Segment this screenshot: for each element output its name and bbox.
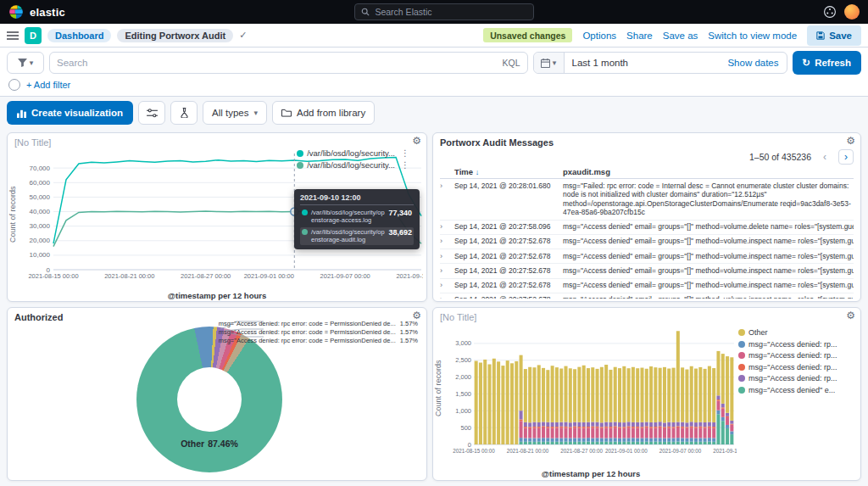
- panel-title: [No Title]: [14, 137, 51, 148]
- series-dot: [738, 364, 745, 371]
- table-row[interactable]: › Sep 14, 2021 @ 20:27:52.678 msg="Acces…: [440, 264, 854, 278]
- legend-item[interactable]: /var/lib/osd/log/security... ⋮: [297, 160, 409, 170]
- table-row[interactable]: › Sep 14, 2021 @ 20:27:52.678 msg="Acces…: [440, 293, 854, 299]
- edit-controls-button[interactable]: [138, 101, 165, 125]
- column-header-time[interactable]: Time ↓: [454, 167, 559, 176]
- controls-icon: [147, 109, 158, 118]
- svg-text:2021-09-07 00:00: 2021-09-07 00:00: [320, 272, 370, 279]
- svg-text:70,000: 70,000: [30, 165, 51, 172]
- expand-row-icon[interactable]: ›: [440, 237, 451, 246]
- legend-item[interactable]: /var/lib/osd/log/security... ⋮: [297, 148, 409, 158]
- series-dot: [738, 387, 745, 394]
- options-button[interactable]: Options: [582, 31, 616, 41]
- kebab-menu-icon[interactable]: ⋮: [401, 148, 409, 158]
- caret-down-icon: ▾: [553, 59, 557, 67]
- expand-row-icon[interactable]: ›: [440, 295, 451, 299]
- bar-chart[interactable]: 05001,0001,5002,0002,5003,0002021-08-15 …: [445, 327, 737, 454]
- legend-item[interactable]: Other: [738, 328, 857, 337]
- kebab-menu-icon[interactable]: ⋮: [401, 160, 409, 170]
- switch-view-mode-button[interactable]: Switch to view mode: [708, 31, 797, 41]
- calendar-menu-button[interactable]: ▾: [534, 53, 565, 73]
- table-row[interactable]: › Sep 14, 2021 @ 20:27:52.678 msg="Acces…: [440, 235, 854, 249]
- table-row[interactable]: › Sep 14, 2021 @ 20:27:52.678 msg="Acces…: [440, 249, 854, 264]
- panel-type-filter[interactable]: All types ▾: [203, 101, 267, 125]
- series-dot: [297, 162, 303, 169]
- gear-icon[interactable]: ⚙: [412, 135, 421, 147]
- next-page-button[interactable]: ›: [838, 149, 854, 165]
- global-search-input[interactable]: [375, 7, 527, 17]
- table-row[interactable]: › Sep 14, 2021 @ 20:27:58.096 msg="Acces…: [440, 221, 854, 235]
- apps-grid-icon[interactable]: [824, 6, 836, 18]
- search-icon: [361, 8, 370, 16]
- avatar[interactable]: [844, 4, 860, 20]
- series-dot: [738, 375, 745, 382]
- kql-label[interactable]: KQL: [503, 58, 520, 68]
- create-visualization-button[interactable]: Create visualization: [7, 101, 133, 125]
- gear-icon[interactable]: ⚙: [846, 135, 855, 147]
- breadcrumb-dashboard[interactable]: Dashboard: [47, 29, 111, 42]
- save-as-button[interactable]: Save as: [663, 31, 698, 41]
- legend-item[interactable]: msg="Access denied" e...: [738, 386, 857, 394]
- legend-item[interactable]: msg="Access denied: rp...: [738, 340, 857, 349]
- panel-audit-table: Portworx Audit Messages ⚙ 1–50 of 435236…: [432, 132, 861, 302]
- svg-text:2021-08-27 00:00: 2021-08-27 00:00: [560, 448, 603, 454]
- expand-row-icon[interactable]: ›: [440, 266, 451, 276]
- x-axis-title: @timestamp per 12 hours: [8, 291, 426, 300]
- elastic-logo[interactable]: [8, 4, 24, 20]
- svg-text:40,000: 40,000: [30, 208, 51, 215]
- svg-text:50,000: 50,000: [30, 193, 51, 201]
- expand-row-icon[interactable]: ›: [440, 252, 451, 261]
- legend-item[interactable]: msg="Access denied: rp...: [738, 363, 857, 371]
- bar-legend: Other msg="Access denied: rp... msg="Acc…: [738, 328, 857, 394]
- refresh-button[interactable]: ↻ Refresh: [793, 51, 861, 75]
- y-axis-title: Count of records: [8, 164, 17, 265]
- check-icon: ✓: [239, 30, 247, 41]
- save-button[interactable]: Save: [807, 25, 861, 46]
- svg-text:2021-09-07 00:00: 2021-09-07 00:00: [659, 448, 702, 454]
- kql-search-input[interactable]: [57, 58, 498, 68]
- svg-text:20,000: 20,000: [30, 237, 51, 244]
- global-search[interactable]: [354, 3, 534, 20]
- y-axis-title: Count of records: [434, 342, 442, 435]
- share-button[interactable]: Share: [626, 31, 653, 41]
- filter-set-icon[interactable]: [8, 79, 20, 91]
- table-header-row: Time ↓ pxaudit.msg: [440, 165, 854, 179]
- table-row[interactable]: › Sep 14, 2021 @ 20:28:01.680 msg="Faile…: [440, 179, 854, 221]
- expand-row-icon[interactable]: ›: [440, 281, 451, 290]
- panel-authorized-donut: Authorized ⚙ Other 87.46% msg="Access de…: [7, 307, 427, 481]
- svg-text:1,500: 1,500: [455, 390, 471, 398]
- save-icon: [816, 31, 825, 40]
- prev-page-button[interactable]: ‹: [817, 149, 832, 165]
- dashboard-grid: [No Title] ⚙ /var/lib/osd/log/security..…: [0, 129, 868, 486]
- series-dot: [302, 209, 308, 215]
- time-range-value[interactable]: Last 1 month: [565, 58, 636, 68]
- donut-chart[interactable]: Other 87.46%: [136, 327, 282, 472]
- kql-search-box[interactable]: KQL: [49, 52, 528, 74]
- callout-label: msg="Access denied: rpc error: code = Pe…: [219, 328, 418, 336]
- panel-stacked-bars: [No Title] ⚙ Count of records 05001,0001…: [432, 307, 861, 481]
- add-from-library-button[interactable]: Add from library: [272, 101, 375, 125]
- gear-icon[interactable]: ⚙: [412, 310, 421, 321]
- expand-row-icon[interactable]: ›: [440, 182, 451, 191]
- table-row[interactable]: › Sep 14, 2021 @ 20:27:52.678 msg="Acces…: [440, 279, 854, 293]
- column-header-msg[interactable]: pxaudit.msg: [563, 167, 854, 176]
- add-filter-button[interactable]: + Add filter: [26, 80, 70, 90]
- dashboard-app-icon[interactable]: D: [25, 27, 42, 44]
- legend-item[interactable]: msg="Access denied: rp...: [738, 351, 857, 360]
- gear-icon[interactable]: ⚙: [846, 310, 855, 321]
- panel-title: Authorized: [14, 312, 63, 322]
- legend-item[interactable]: msg="Access denied: rp...: [738, 374, 857, 383]
- show-dates-button[interactable]: Show dates: [727, 58, 786, 68]
- dashboard-nav: D Dashboard Editing Portworx Audit ✓ Uns…: [0, 24, 868, 47]
- chart-tooltip: 2021-09-10 12:00 /var/lib/osd/log/securi…: [294, 189, 420, 249]
- svg-text:2021-08-21 00:00: 2021-08-21 00:00: [507, 448, 549, 454]
- filter-row: + Add filter: [0, 78, 868, 97]
- time-range-picker: ▾ Last 1 month Show dates: [533, 52, 787, 74]
- donut-center-label: Other 87.46%: [181, 439, 238, 449]
- expand-row-icon[interactable]: ›: [440, 222, 451, 232]
- breadcrumb-editing-dashboard[interactable]: Editing Portworx Audit: [117, 29, 233, 42]
- caret-down-icon: ▾: [253, 109, 258, 117]
- saved-query-menu-button[interactable]: ▾: [7, 52, 44, 74]
- hamburger-menu-icon[interactable]: [7, 31, 19, 41]
- labs-button[interactable]: [170, 101, 198, 125]
